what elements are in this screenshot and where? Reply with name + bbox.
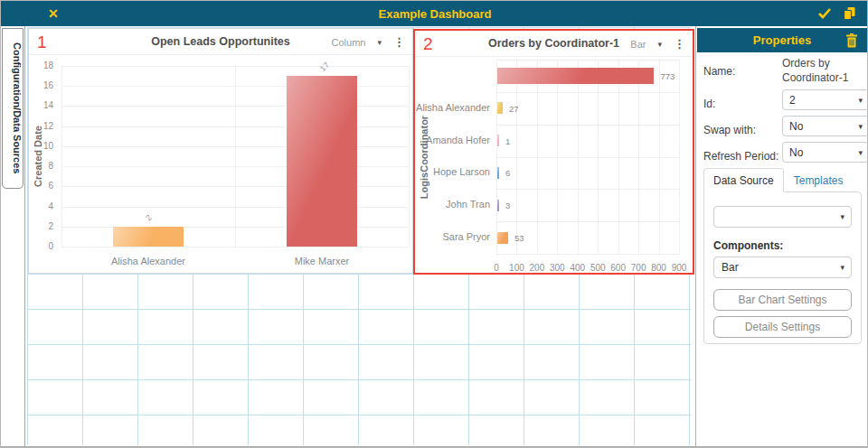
y-axis-tick-label: 18 bbox=[29, 61, 53, 70]
h-gridline bbox=[496, 189, 679, 190]
id-field-row: Id: 2 ▾ bbox=[703, 95, 862, 111]
h-gridline bbox=[61, 247, 409, 247]
properties-title: Properties bbox=[753, 33, 811, 47]
copy-icon[interactable] bbox=[843, 6, 856, 21]
sidebar-tab-configuration-data-sources[interactable]: Configuration/Data Sources bbox=[2, 28, 24, 189]
y-axis-tick-label: 14 bbox=[29, 100, 53, 110]
chart-panel-1[interactable]: 1 Open Leads Opportunites Column ▾ ⋮ 024… bbox=[28, 28, 413, 274]
name-field-row: Name: Orders by Coordinator-1 bbox=[703, 62, 862, 79]
h-bar-Amanda Hofer bbox=[497, 135, 499, 146]
dashboard-designer-window: ✕ Example Dashboard Configuration/Data S… bbox=[0, 0, 868, 448]
tab-templates[interactable]: Templates bbox=[784, 168, 854, 192]
properties-panel: Properties Name: Orders by Coordinator-1… bbox=[696, 26, 868, 446]
x-axis-tick-label: 900 bbox=[665, 263, 693, 273]
chevron-down-icon: ▾ bbox=[858, 122, 863, 131]
y-axis-title: LogisCoordinator bbox=[419, 115, 429, 198]
data-label: 2 bbox=[144, 212, 154, 222]
data-source-select[interactable]: ▾ bbox=[713, 206, 852, 228]
tab-data-source[interactable]: Data Source bbox=[703, 168, 784, 192]
refresh-field-row: Refresh Period: No ▾ bbox=[703, 147, 862, 163]
chevron-down-icon: ▾ bbox=[840, 212, 844, 221]
h-gridline bbox=[496, 125, 679, 126]
h-gridline bbox=[496, 221, 679, 222]
chart-type-select[interactable]: Bar bbox=[630, 39, 646, 50]
y-category-label: Alisha Alexander bbox=[415, 102, 490, 113]
dashboard-canvas[interactable]: 1 Open Leads Opportunites Column ▾ ⋮ 024… bbox=[26, 26, 696, 446]
y-category-label: John Tran bbox=[415, 199, 490, 210]
kebab-menu-icon[interactable]: ⋮ bbox=[674, 37, 685, 51]
h-bar-Alisha Alexander bbox=[497, 102, 503, 114]
h-bar-Sara Pryor bbox=[497, 232, 508, 244]
data-label: 27 bbox=[509, 104, 519, 114]
h-gridline bbox=[496, 254, 679, 255]
data-label: 53 bbox=[514, 233, 524, 243]
chevron-down-icon: ▾ bbox=[840, 263, 844, 272]
id-select[interactable]: 2 ▾ bbox=[782, 89, 868, 110]
details-settings-button[interactable]: Details Settings bbox=[713, 316, 852, 338]
chart-panel-2-selected[interactable]: 2 Orders by Coordinator-1 Bar ▾ ⋮ 010020… bbox=[413, 29, 694, 275]
data-label: 6 bbox=[505, 168, 510, 178]
bar-chart-settings-button[interactable]: Bar Chart Settings bbox=[713, 289, 852, 311]
trash-icon[interactable] bbox=[845, 33, 858, 48]
kebab-menu-icon[interactable]: ⋮ bbox=[393, 35, 405, 49]
column-chart-plot: 0246810121416182Alisha Alexander17Mike M… bbox=[29, 55, 412, 273]
chart-type-select[interactable]: Column bbox=[332, 37, 366, 48]
confirm-check-icon[interactable] bbox=[817, 7, 832, 20]
h-gridline bbox=[496, 60, 679, 61]
title-bar: ✕ Example Dashboard bbox=[1, 1, 868, 26]
chevron-down-icon[interactable]: ▾ bbox=[377, 38, 382, 47]
chevron-down-icon: ▾ bbox=[858, 148, 863, 157]
swap-with-label: Swap with: bbox=[703, 124, 756, 136]
y-axis-tick-label: 2 bbox=[29, 221, 53, 231]
column-bar-Alisha Alexander bbox=[113, 227, 184, 247]
y-axis-tick-label: 0 bbox=[29, 241, 53, 251]
y-category-label: Sara Pryor bbox=[415, 231, 490, 242]
components-label: Components: bbox=[713, 239, 852, 252]
data-label: 1 bbox=[505, 136, 510, 146]
panel-header: Open Leads Opportunites Column ▾ ⋮ bbox=[29, 29, 412, 55]
h-bar-John Tran bbox=[497, 200, 499, 211]
bar-chart-plot: 010020030040050060070080090077327Alisha … bbox=[415, 57, 693, 273]
x-category-label: Mike Marxer bbox=[259, 256, 385, 266]
x-axis-title: Salesperson bbox=[61, 272, 409, 273]
panel-number-badge: 2 bbox=[423, 34, 433, 54]
name-value: Orders by Coordinator-1 bbox=[782, 56, 868, 85]
id-label: Id: bbox=[703, 98, 715, 110]
refresh-period-label: Refresh Period: bbox=[703, 150, 778, 163]
panel-number-badge: 1 bbox=[37, 33, 47, 52]
column-bar-Mike Marxer bbox=[287, 76, 357, 247]
h-bar-row0 bbox=[497, 68, 654, 84]
h-gridline bbox=[496, 157, 679, 158]
refresh-period-select[interactable]: No ▾ bbox=[782, 142, 868, 163]
panel-header: Orders by Coordinator-1 Bar ▾ ⋮ bbox=[415, 31, 693, 57]
x-category-label: Alisha Alexander bbox=[85, 256, 212, 266]
v-gridline bbox=[235, 66, 236, 247]
components-select[interactable]: Bar ▾ bbox=[713, 257, 852, 278]
data-label: 3 bbox=[505, 201, 510, 210]
h-gridline bbox=[496, 92, 679, 93]
swap-field-row: Swap with: No ▾ bbox=[703, 121, 862, 137]
properties-header: Properties bbox=[697, 28, 867, 52]
name-label: Name: bbox=[703, 65, 735, 78]
main-body: Configuration/Data Sources 1 Open Leads … bbox=[1, 26, 868, 448]
chevron-down-icon[interactable]: ▾ bbox=[657, 40, 662, 49]
y-axis-tick-label: 4 bbox=[29, 201, 53, 211]
v-gridline bbox=[409, 66, 410, 247]
window-title: Example Dashboard bbox=[1, 7, 868, 21]
y-axis-title: Created Date bbox=[33, 126, 43, 187]
chevron-down-icon: ▾ bbox=[858, 96, 863, 105]
data-label: 773 bbox=[660, 71, 675, 81]
data-label: 17 bbox=[318, 61, 331, 73]
v-gridline bbox=[679, 60, 680, 254]
swap-with-select[interactable]: No ▾ bbox=[782, 116, 868, 136]
properties-tabs: Data Source Templates bbox=[703, 168, 853, 192]
close-icon[interactable]: ✕ bbox=[48, 1, 59, 26]
y-axis-tick-label: 16 bbox=[29, 80, 53, 90]
v-gridline bbox=[61, 66, 62, 247]
data-source-tab-panel: ▾ Components: Bar ▾ Bar Chart Settings D… bbox=[703, 191, 862, 344]
h-bar-Hope Larson bbox=[497, 167, 499, 179]
